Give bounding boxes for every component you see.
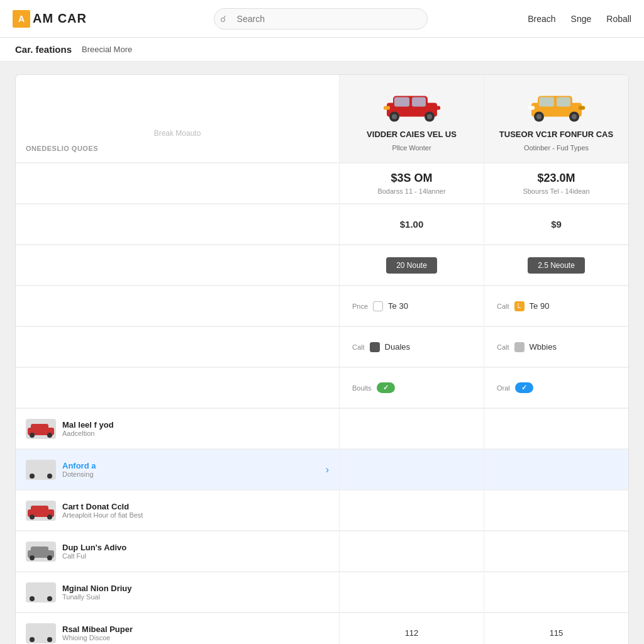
svg-point-22 <box>30 433 35 438</box>
nav-item-roball[interactable]: Roball <box>606 14 631 24</box>
app-header: A AM CAR ☌ Breach Snge Roball <box>0 0 644 38</box>
feature-desc: Calt Ful <box>62 552 329 560</box>
break-label: Break Moauto <box>154 129 201 138</box>
feature-name: Dup Lun's Adivo <box>62 543 329 552</box>
car1-spec2-label: Calt <box>352 343 365 351</box>
svg-point-17 <box>572 114 577 119</box>
car2-feature-value: 115 <box>484 613 628 644</box>
car2-image <box>525 86 588 123</box>
svg-point-39 <box>47 596 52 601</box>
feature-cell: Dup Lun's Adivo Calt Ful <box>16 531 339 572</box>
car2-monthly: $9 <box>551 219 562 230</box>
svg-point-34 <box>30 555 35 560</box>
car2-spec3-badge: ✓ <box>515 382 533 393</box>
table-row: Rsal Mibeal Puper Whioing Discoe 112 115 <box>16 613 628 644</box>
car-thumbnail <box>26 460 56 480</box>
comparison-section: Break Moauto Onedeslio quoes <box>15 74 629 644</box>
car2-spec1-label: Calt <box>497 303 509 310</box>
car2-spec2-label: Calt <box>497 343 509 351</box>
car-thumbnail <box>26 582 56 602</box>
feature-col-header: Break Moauto Onedeslio quoes <box>16 75 339 163</box>
feature-desc: Dotensing <box>62 470 319 478</box>
nav-links: Breach Snge Roball <box>528 14 631 24</box>
main-content: Break Moauto Onedeslio quoes <box>0 62 644 644</box>
car1-month-button[interactable]: 20 Noute <box>386 257 437 274</box>
car1-name: VIDDER CAIES VEL US <box>367 130 457 140</box>
car2-spec3-label: Oral <box>497 384 510 392</box>
car2-monthbtn-cell: 2.5 Neoute <box>484 245 628 286</box>
car1-monthly-cell: $1.00 <box>339 204 484 245</box>
logo: A AM CAR <box>13 10 113 28</box>
svg-rect-8 <box>384 106 390 110</box>
car2-name: TUSEOR VC1R FONFUR CAS <box>499 130 613 140</box>
price-feature-cell <box>16 164 339 204</box>
table-row: Anford a Dotensing › <box>16 450 628 491</box>
feature-name: Rsal Mibeal Puper <box>62 625 329 634</box>
car2-spec2-checkbox <box>514 342 525 352</box>
search-bar: ☌ <box>214 8 428 30</box>
feature-cell: Cart t Donat Ccld Arteaploit Hour of fia… <box>16 491 339 531</box>
car2-feature-value <box>484 491 628 531</box>
feature-rows: Mal leel f yod Aadceltion Anford a D <box>16 409 628 644</box>
car1-price-cell: $3S OM Bodarss 11 - 14lanner <box>339 164 484 204</box>
car1-header: VIDDER CAIES VEL US Pllce Wonter <box>339 75 484 163</box>
svg-point-23 <box>47 433 52 438</box>
car1-price-sub: Bodarss 11 - 14lanner <box>377 187 445 195</box>
car2-spec1-value: Te 90 <box>530 301 550 311</box>
car1-spec1-label: Pnce <box>352 303 368 310</box>
feature-desc: Aadceltion <box>62 430 329 437</box>
logo-icon: A <box>13 10 30 28</box>
car2-spec1-checkbox: L <box>514 301 525 311</box>
feature-cell: Anford a Dotensing › <box>16 450 339 490</box>
search-input[interactable] <box>214 8 428 30</box>
table-row: Dup Lun's Adivo Calt Ful <box>16 531 628 572</box>
car2-feature-value <box>484 572 628 613</box>
svg-point-5 <box>392 114 397 119</box>
car1-subtitle: Pllce Wonter <box>392 144 431 152</box>
nav-item-snge[interactable]: Snge <box>571 14 592 24</box>
table-row: Mal leel f yod Aadceltion <box>16 409 628 450</box>
car2-spec1-cell: Calt L Te 90 <box>484 286 628 326</box>
car2-spec3-cell: Oral ✓ <box>484 368 628 408</box>
car1-monthly: $1.00 <box>400 219 424 230</box>
car1-feature-value <box>339 450 484 490</box>
feature-cell: Rsal Mibeal Puper Whioing Discoe <box>16 613 339 644</box>
feature-cell: Mginal Nion Driuy Tunally Sual <box>16 572 339 613</box>
feature-section-label: Onedeslio quoes <box>26 145 329 152</box>
car2-month-button[interactable]: 2.5 Neoute <box>528 257 585 274</box>
svg-point-7 <box>427 114 432 119</box>
svg-rect-37 <box>31 587 48 595</box>
svg-rect-2 <box>394 97 409 107</box>
breadcrumb-link[interactable]: Breecial More <box>82 45 132 54</box>
page-title: Car. feations <box>15 44 72 55</box>
car1-spec2-cell: Calt Duales <box>339 327 484 367</box>
svg-point-38 <box>30 596 35 601</box>
svg-rect-21 <box>31 424 48 431</box>
car2-subtitle: Ootinber - Fud Types <box>524 144 589 152</box>
car1-feature-value <box>339 409 484 449</box>
car1-spec2-checkbox <box>370 342 380 352</box>
car2-price-sub: Sbourss Tel - 14idean <box>523 187 589 195</box>
nav-item-breach[interactable]: Breach <box>528 14 555 24</box>
svg-point-42 <box>30 637 35 642</box>
feature-name: Cart t Donat Ccld <box>62 502 329 511</box>
feature-desc: Arteaploit Hour of fiat Best <box>62 511 329 519</box>
spec1-feature-cell <box>16 286 339 326</box>
car2-header: TUSEOR VC1R FONFUR CAS Ootinber - Fud Ty… <box>484 75 628 163</box>
svg-point-27 <box>47 474 52 479</box>
svg-rect-33 <box>31 547 48 554</box>
car-thumbnail <box>26 623 56 643</box>
monthly-feature-cell <box>16 204 339 245</box>
car1-spec2-value: Duales <box>385 342 410 352</box>
svg-point-30 <box>30 514 35 519</box>
car-thumbnail <box>26 501 56 521</box>
table-row: Mginal Nion Driuy Tunally Sual <box>16 572 628 613</box>
car2-price-cell: $23.0M Sbourss Tel - 14idean <box>484 164 628 204</box>
feature-name: Mal leel f yod <box>62 420 329 430</box>
feature-cell: Mal leel f yod Aadceltion <box>16 409 339 449</box>
highlight-arrow: › <box>326 464 329 475</box>
svg-rect-9 <box>434 106 440 110</box>
car2-feature-value <box>484 450 628 490</box>
car1-feature-value <box>339 491 484 531</box>
car-thumbnail <box>26 541 56 562</box>
